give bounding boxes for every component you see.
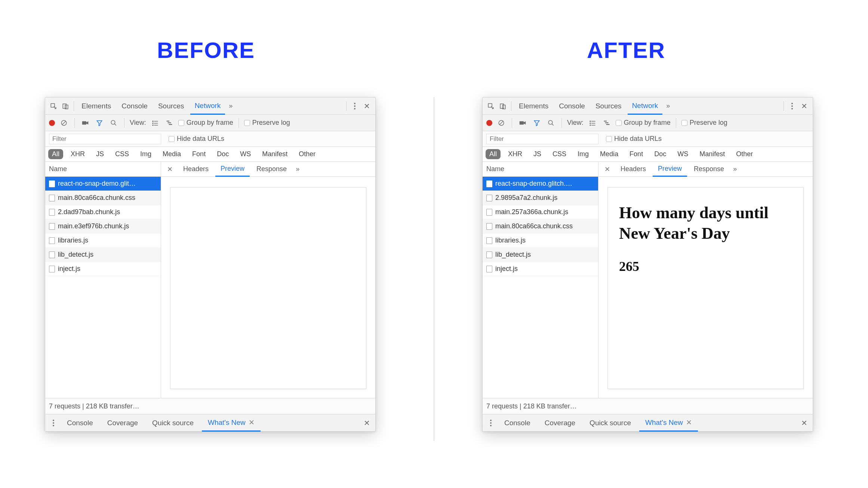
tab-console[interactable]: Console xyxy=(554,98,590,115)
request-row[interactable]: lib_detect.js xyxy=(483,248,598,262)
clear-icon[interactable] xyxy=(59,118,69,128)
close-tab-icon[interactable]: ✕ xyxy=(249,418,255,427)
type-xhr[interactable]: XHR xyxy=(504,149,526,159)
search-icon[interactable] xyxy=(546,118,556,128)
more-detail-tabs-icon[interactable]: » xyxy=(731,165,739,173)
detail-tab-response[interactable]: Response xyxy=(689,162,729,177)
preserve-log-checkbox[interactable]: Preserve log xyxy=(244,119,290,127)
type-other[interactable]: Other xyxy=(295,149,319,159)
request-row[interactable]: main.80ca66ca.chunk.css xyxy=(45,191,161,205)
drawer-tab-console[interactable]: Console xyxy=(498,414,536,432)
drawer-tab-coverage[interactable]: Coverage xyxy=(539,414,581,432)
tab-network[interactable]: Network xyxy=(628,98,663,115)
more-tabs-icon[interactable]: » xyxy=(664,102,672,110)
tab-network[interactable]: Network xyxy=(190,98,225,115)
filter-icon[interactable] xyxy=(94,118,105,128)
request-row[interactable]: lib_detect.js xyxy=(45,248,161,262)
type-xhr[interactable]: XHR xyxy=(67,149,89,159)
type-img[interactable]: Img xyxy=(136,149,155,159)
drawer-tab-coverage[interactable]: Coverage xyxy=(101,414,144,432)
request-row[interactable]: inject.js xyxy=(45,262,161,276)
filter-icon[interactable] xyxy=(532,118,542,128)
hide-data-urls-checkbox[interactable]: Hide data URLs xyxy=(169,135,224,143)
drawer-tab-quicksource[interactable]: Quick source xyxy=(146,414,200,432)
tab-sources[interactable]: Sources xyxy=(591,98,626,115)
record-icon[interactable] xyxy=(486,120,492,126)
type-js[interactable]: JS xyxy=(92,149,108,159)
kebab-menu-icon[interactable] xyxy=(350,101,360,111)
close-drawer-icon[interactable]: ✕ xyxy=(799,418,810,427)
filter-input[interactable] xyxy=(49,134,161,144)
type-all[interactable]: All xyxy=(486,149,501,159)
clear-icon[interactable] xyxy=(496,118,507,128)
drawer-tab-whatsnew[interactable]: What's New✕ xyxy=(639,414,698,432)
record-icon[interactable] xyxy=(49,120,55,126)
detail-tab-headers[interactable]: Headers xyxy=(615,162,651,177)
request-row[interactable]: react-snap-demo.glitch.… xyxy=(483,177,598,191)
detail-tab-preview[interactable]: Preview xyxy=(215,162,250,177)
more-tabs-icon[interactable]: » xyxy=(227,102,235,110)
close-devtools-icon[interactable]: ✕ xyxy=(361,102,372,111)
tab-console[interactable]: Console xyxy=(117,98,152,115)
close-devtools-icon[interactable]: ✕ xyxy=(799,102,810,111)
filter-input[interactable] xyxy=(486,134,598,144)
inspect-icon[interactable] xyxy=(486,101,496,111)
tab-elements[interactable]: Elements xyxy=(514,98,553,115)
request-row[interactable]: main.80ca66ca.chunk.css xyxy=(483,219,598,234)
detail-tab-response[interactable]: Response xyxy=(251,162,292,177)
request-list-header[interactable]: Name xyxy=(45,162,161,177)
camera-icon[interactable] xyxy=(517,118,528,128)
waterfall-view-icon[interactable] xyxy=(601,118,612,128)
type-all[interactable]: All xyxy=(48,149,63,159)
request-row[interactable]: inject.js xyxy=(483,262,598,276)
request-row[interactable]: 2.dad97bab.chunk.js xyxy=(45,205,161,219)
close-pane-icon[interactable]: ✕ xyxy=(601,165,614,173)
camera-icon[interactable] xyxy=(80,118,90,128)
type-ws[interactable]: WS xyxy=(674,149,692,159)
type-font[interactable]: Font xyxy=(626,149,647,159)
type-doc[interactable]: Doc xyxy=(650,149,670,159)
waterfall-view-icon[interactable] xyxy=(164,118,175,128)
type-media[interactable]: Media xyxy=(159,149,185,159)
drawer-tab-console[interactable]: Console xyxy=(61,414,99,432)
type-doc[interactable]: Doc xyxy=(213,149,233,159)
type-media[interactable]: Media xyxy=(596,149,622,159)
request-row[interactable]: 2.9895a7a2.chunk.js xyxy=(483,191,598,205)
type-font[interactable]: Font xyxy=(188,149,209,159)
type-manifest[interactable]: Manifest xyxy=(696,149,729,159)
tab-elements[interactable]: Elements xyxy=(77,98,116,115)
request-row[interactable]: main.e3ef976b.chunk.js xyxy=(45,219,161,234)
inspect-icon[interactable] xyxy=(48,101,59,111)
kebab-menu-icon[interactable] xyxy=(787,101,797,111)
request-row[interactable]: react-no-snap-demo.glit… xyxy=(45,177,161,191)
group-by-frame-checkbox[interactable]: Group by frame xyxy=(616,119,671,127)
preserve-log-checkbox[interactable]: Preserve log xyxy=(681,119,727,127)
list-view-icon[interactable] xyxy=(150,118,160,128)
drawer-kebab-icon[interactable] xyxy=(486,418,496,428)
close-drawer-icon[interactable]: ✕ xyxy=(361,418,372,427)
type-ws[interactable]: WS xyxy=(236,149,255,159)
request-row[interactable]: libraries.js xyxy=(483,234,598,248)
device-toggle-icon[interactable] xyxy=(60,101,71,111)
type-img[interactable]: Img xyxy=(574,149,592,159)
list-view-icon[interactable] xyxy=(587,118,598,128)
type-js[interactable]: JS xyxy=(530,149,545,159)
close-tab-icon[interactable]: ✕ xyxy=(686,418,692,427)
drawer-kebab-icon[interactable] xyxy=(48,418,59,428)
drawer-tab-whatsnew[interactable]: What's New✕ xyxy=(202,414,261,432)
detail-tab-preview[interactable]: Preview xyxy=(653,162,687,177)
type-other[interactable]: Other xyxy=(732,149,757,159)
close-pane-icon[interactable]: ✕ xyxy=(163,165,176,173)
type-css[interactable]: CSS xyxy=(549,149,570,159)
more-detail-tabs-icon[interactable]: » xyxy=(293,165,302,173)
request-row[interactable]: main.257a366a.chunk.js xyxy=(483,205,598,219)
request-row[interactable]: libraries.js xyxy=(45,234,161,248)
type-css[interactable]: CSS xyxy=(111,149,133,159)
detail-tab-headers[interactable]: Headers xyxy=(178,162,214,177)
search-icon[interactable] xyxy=(108,118,119,128)
hide-data-urls-checkbox[interactable]: Hide data URLs xyxy=(606,135,662,143)
group-by-frame-checkbox[interactable]: Group by frame xyxy=(178,119,233,127)
tab-sources[interactable]: Sources xyxy=(154,98,189,115)
type-manifest[interactable]: Manifest xyxy=(258,149,291,159)
drawer-tab-quicksource[interactable]: Quick source xyxy=(584,414,637,432)
